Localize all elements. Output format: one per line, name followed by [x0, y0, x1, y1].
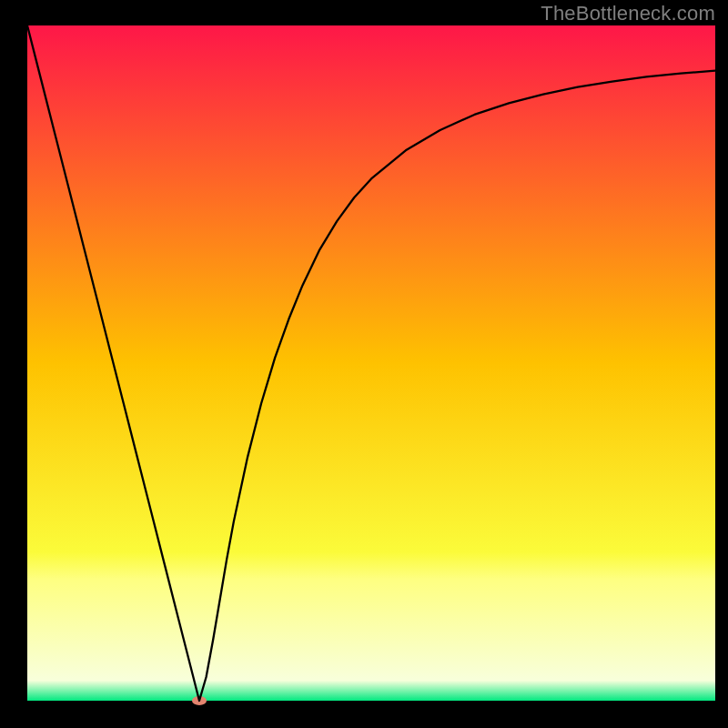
- bottleneck-chart: [0, 0, 728, 728]
- plot-background: [27, 25, 715, 701]
- chart-frame: TheBottleneck.com: [0, 0, 728, 728]
